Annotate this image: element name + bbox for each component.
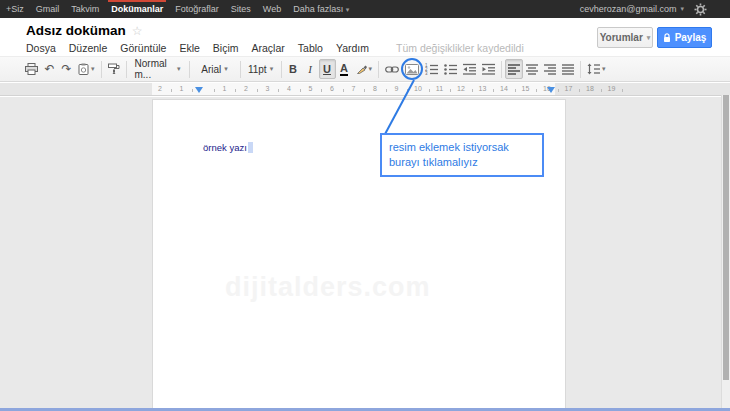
topbar-more-label: Daha fazlası	[293, 4, 343, 14]
chevron-down-icon: ▾	[680, 5, 684, 13]
ruler-number: 6	[330, 85, 334, 92]
chevron-down-icon: ▾	[270, 65, 274, 73]
topbar-item-gmail[interactable]: Gmail	[30, 0, 66, 18]
ruler-number: 8	[373, 85, 377, 92]
align-left-button[interactable]	[505, 59, 523, 79]
styles-value: Normal m...	[135, 58, 174, 80]
increase-indent-button[interactable]	[479, 59, 498, 79]
text-color-icon: A	[340, 62, 348, 76]
align-justify-button[interactable]	[559, 59, 577, 79]
ruler-number: 15	[522, 85, 530, 92]
menu-help[interactable]: Yardım	[336, 42, 369, 54]
undo-icon: ↶	[44, 63, 54, 75]
underline-button[interactable]: U	[319, 59, 336, 79]
star-icon[interactable]: ☆	[132, 25, 143, 37]
ruler-tick	[622, 89, 623, 92]
numbered-list-button[interactable]: 1 2 3	[422, 59, 441, 79]
ruler-number: 18	[586, 85, 594, 92]
ruler-tick	[579, 89, 580, 92]
menu-format[interactable]: Biçim	[213, 42, 239, 54]
topbar-item-more[interactable]: Daha fazlası ▾	[287, 0, 355, 18]
ruler-tick	[300, 89, 301, 92]
comments-label: Yorumlar	[600, 32, 643, 43]
ruler-tick	[558, 89, 559, 92]
lock-icon	[663, 33, 671, 43]
redo-icon: ↷	[61, 63, 71, 75]
toolbar-separator	[281, 61, 282, 78]
menu-table[interactable]: Tablo	[298, 42, 323, 54]
topbar-item-calendar[interactable]: Takvim	[65, 0, 105, 18]
ruler-number: 14	[500, 85, 508, 92]
numbered-list-icon: 1 2 3	[425, 63, 438, 75]
chevron-down-icon: ▾	[602, 65, 606, 73]
ruler-number: 3	[266, 85, 270, 92]
align-right-button[interactable]	[541, 59, 559, 79]
font-dropdown[interactable]: Arial ▾	[193, 59, 237, 79]
menu-file[interactable]: Dosya	[26, 42, 56, 54]
bulleted-list-icon	[444, 63, 457, 75]
align-center-button[interactable]	[523, 59, 541, 79]
menu-edit[interactable]: Düzenle	[69, 42, 108, 54]
comments-button[interactable]: Yorumlar ▾	[597, 27, 653, 48]
print-button[interactable]	[22, 59, 41, 79]
ruler-number: 11	[436, 85, 443, 92]
chevron-down-icon: ▾	[369, 65, 373, 73]
outdent-icon	[463, 63, 476, 75]
ruler-number: 9	[395, 85, 399, 92]
styles-dropdown[interactable]: Normal m... ▾	[130, 59, 186, 79]
ruler-number: 2	[244, 85, 248, 92]
scrollbar-thumb[interactable]	[723, 95, 729, 380]
share-button[interactable]: Paylaş	[657, 27, 712, 48]
ruler-tick	[536, 89, 537, 92]
menu-view[interactable]: Görüntüle	[120, 42, 166, 54]
document-canvas: örnek yazı dijitalders.com	[0, 97, 730, 408]
document-title[interactable]: Adsız doküman	[26, 23, 126, 38]
font-size-dropdown[interactable]: 11pt ▾	[244, 59, 278, 79]
redo-button[interactable]: ↷	[58, 59, 75, 79]
font-value: Arial	[201, 64, 221, 75]
chevron-down-icon: ▾	[647, 34, 651, 42]
toolbar-separator	[189, 61, 190, 78]
ruler-tick	[407, 89, 408, 92]
topbar-item-documents[interactable]: Dokümanlar	[105, 0, 169, 18]
bold-button[interactable]: B	[285, 59, 302, 79]
vertical-scrollbar[interactable]	[721, 95, 730, 408]
toolbar-separator	[580, 61, 581, 78]
highlight-color-button[interactable]: ▾	[353, 59, 376, 79]
topbar-item-plus-you[interactable]: +Siz	[0, 0, 30, 18]
ruler-tick	[235, 89, 236, 92]
topbar-item-web[interactable]: Web	[257, 0, 287, 18]
left-indent-marker[interactable]	[195, 87, 203, 96]
line-spacing-icon	[587, 63, 600, 75]
web-clipboard-button[interactable]: ▾	[75, 59, 98, 79]
menu-tools[interactable]: Araçlar	[252, 42, 285, 54]
paint-roller-icon	[108, 63, 120, 75]
callout-box: resim eklemek istiyorsak burayı tıklamal…	[380, 133, 544, 177]
undo-button[interactable]: ↶	[41, 59, 58, 79]
topbar-item-sites[interactable]: Sites	[225, 0, 257, 18]
align-right-icon	[544, 64, 556, 75]
ruler-tick	[386, 89, 387, 92]
ruler-tick	[321, 89, 322, 92]
paint-format-button[interactable]	[105, 59, 123, 79]
insert-link-button[interactable]	[382, 59, 402, 79]
ruler-number: 10	[414, 85, 422, 92]
ruler-number: 13	[479, 85, 487, 92]
line-spacing-button[interactable]: ▾	[584, 59, 609, 79]
decrease-indent-button[interactable]	[460, 59, 479, 79]
text-color-button[interactable]: A	[336, 59, 353, 79]
google-top-bar: +Siz Gmail Takvim Dokümanlar Fotoğraflar…	[0, 0, 730, 18]
account-menu[interactable]: cevherozan@gmail.com ▾	[580, 4, 692, 14]
insert-image-button[interactable]	[402, 59, 422, 79]
right-indent-marker[interactable]	[547, 87, 555, 96]
ruler-number: 12	[457, 85, 465, 92]
menu-insert[interactable]: Ekle	[179, 42, 199, 54]
italic-button[interactable]: I	[302, 59, 319, 79]
bulleted-list-button[interactable]	[441, 59, 460, 79]
ruler-tick	[171, 89, 172, 92]
topbar-item-photos[interactable]: Fotoğraflar	[169, 0, 225, 18]
highlight-pen-icon	[356, 64, 367, 75]
print-icon	[25, 63, 38, 75]
clipboard-icon	[78, 63, 89, 75]
settings-gear-button[interactable]	[692, 1, 708, 17]
